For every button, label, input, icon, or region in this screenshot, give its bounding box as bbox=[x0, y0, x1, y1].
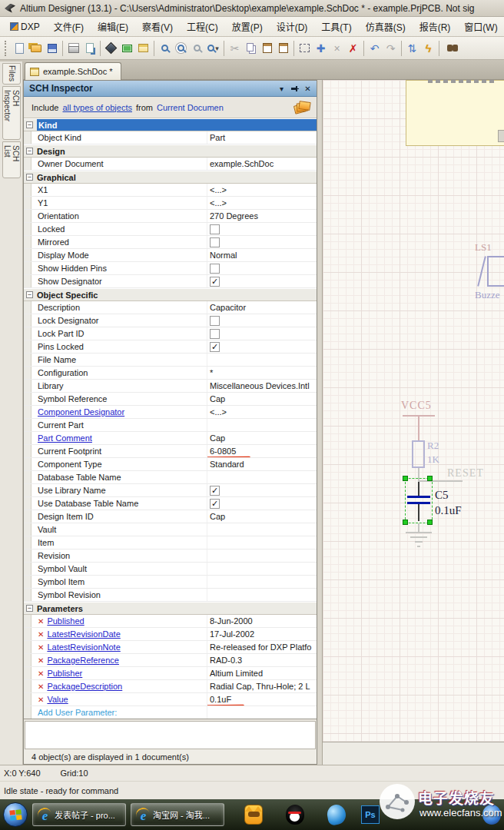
property-row-symbol-vault[interactable]: Symbol Vault bbox=[24, 563, 317, 576]
buzzer-symbol[interactable] bbox=[487, 256, 504, 287]
break-wire-icon[interactable]: × bbox=[329, 40, 345, 57]
buzzer-designator[interactable]: LS1 bbox=[475, 241, 492, 254]
open-document-icon[interactable] bbox=[28, 40, 44, 57]
property-value[interactable] bbox=[207, 327, 317, 340]
property-value[interactable]: 6-0805 bbox=[207, 445, 317, 457]
include-types-link[interactable]: all types of objects bbox=[62, 103, 132, 112]
property-row-object-kind[interactable]: Object KindPart bbox=[24, 131, 317, 144]
property-row-symbol-revision[interactable]: Symbol Revision bbox=[24, 589, 317, 602]
parameter-name-link[interactable]: PackageDescription bbox=[47, 682, 122, 691]
remove-parameter-icon[interactable]: ✕ bbox=[38, 656, 44, 665]
property-value[interactable]: ✓ bbox=[207, 275, 317, 287]
menu-item-10[interactable]: 窗口(W) bbox=[457, 17, 504, 36]
property-value[interactable]: 17-Jul-2002 bbox=[207, 628, 317, 640]
ground-wire[interactable] bbox=[418, 523, 419, 532]
include-scope-dropdown[interactable]: Current Documen bbox=[157, 103, 290, 112]
property-row-published[interactable]: ✕Published8-Jun-2000 bbox=[24, 615, 317, 628]
parameter-name-link[interactable]: Publisher bbox=[47, 669, 82, 678]
resistor-value[interactable]: 1K bbox=[427, 453, 439, 466]
property-row-design-item-id[interactable]: Design Item IDCap bbox=[24, 510, 317, 523]
checkbox-checked[interactable]: ✓ bbox=[210, 499, 220, 509]
property-row-lock-designator[interactable]: Lock Designator bbox=[24, 314, 317, 327]
property-value[interactable]: <...> bbox=[207, 406, 317, 418]
property-row-current-part[interactable]: Current Part bbox=[24, 419, 317, 432]
qq-icon[interactable] bbox=[286, 805, 304, 825]
property-row-latestrevisiondate[interactable]: ✕LatestRevisionDate17-Jul-2002 bbox=[24, 628, 317, 641]
find-similar-icon[interactable] bbox=[442, 40, 458, 57]
move-selection-icon[interactable]: ✚ bbox=[313, 40, 329, 57]
property-value[interactable]: Miscellaneous Devices.Intl bbox=[207, 380, 317, 392]
selection-handle[interactable] bbox=[427, 520, 433, 525]
property-row-show-hidden-pins[interactable]: Show Hidden Pins bbox=[24, 262, 317, 275]
property-value[interactable] bbox=[207, 706, 317, 719]
print-icon[interactable] bbox=[65, 40, 81, 57]
property-value[interactable]: Cap bbox=[207, 510, 317, 523]
property-value[interactable] bbox=[207, 354, 317, 366]
collapse-icon[interactable]: − bbox=[26, 174, 33, 181]
property-row-part-comment[interactable]: Part CommentCap bbox=[24, 432, 317, 445]
property-value[interactable]: Radial Cap, Thru-Hole; 2 L bbox=[207, 680, 317, 692]
property-value[interactable]: ✓ bbox=[207, 340, 317, 353]
property-value[interactable]: example.SchDoc bbox=[207, 158, 317, 170]
property-value[interactable] bbox=[207, 589, 317, 601]
property-value[interactable]: * bbox=[207, 367, 317, 379]
property-value[interactable]: Part bbox=[207, 131, 317, 144]
checkbox-unchecked[interactable] bbox=[210, 237, 220, 247]
power-net-label[interactable]: VCC5 bbox=[401, 400, 432, 412]
property-row-x1[interactable]: X1<...> bbox=[24, 184, 317, 197]
property-value[interactable] bbox=[207, 523, 317, 536]
selection-handle[interactable] bbox=[427, 476, 433, 481]
section-header-kind[interactable]: −Kind bbox=[24, 118, 317, 131]
property-row-add-user-parameter[interactable]: Add User Parameter: bbox=[24, 706, 317, 719]
workspace-panel-icon[interactable] bbox=[135, 40, 151, 57]
photoshop-icon[interactable]: Ps bbox=[361, 805, 380, 824]
property-row-show-designator[interactable]: Show Designator✓ bbox=[24, 275, 317, 288]
property-value[interactable]: Altium Limited bbox=[207, 667, 317, 679]
property-value[interactable] bbox=[207, 576, 317, 588]
paste-icon[interactable] bbox=[259, 40, 275, 57]
remove-parameter-icon[interactable]: ✕ bbox=[38, 696, 44, 704]
menu-item-8[interactable]: 仿真器(S) bbox=[359, 17, 413, 36]
section-header-graphical[interactable]: −Graphical bbox=[24, 171, 317, 184]
sidebar-tab-sch-inspector[interactable]: SCH Inspector bbox=[2, 86, 21, 140]
pin-icon[interactable] bbox=[289, 83, 300, 94]
panel-menu-icon[interactable]: ▾ bbox=[276, 83, 287, 94]
property-name-link[interactable]: Component Designator bbox=[38, 407, 124, 417]
zoom-area-icon[interactable] bbox=[173, 40, 189, 57]
property-value[interactable]: Re-released for DXP Platfo bbox=[207, 641, 317, 653]
property-value[interactable]: <...> bbox=[207, 184, 317, 196]
property-value[interactable]: ✓ bbox=[207, 497, 317, 510]
property-row-packagereference[interactable]: ✕PackageReferenceRAD-0.3 bbox=[24, 654, 317, 667]
tab-example-schdoc[interactable]: example.SchDoc * bbox=[25, 62, 121, 80]
property-value[interactable]: Standard bbox=[207, 458, 317, 470]
menu-item-1[interactable]: 文件(F) bbox=[47, 17, 91, 36]
section-header-object-specific[interactable]: −Object Specific bbox=[24, 288, 317, 301]
capacitor-designator[interactable]: C5 bbox=[435, 489, 449, 502]
property-row-pins-locked[interactable]: Pins Locked✓ bbox=[24, 340, 317, 354]
section-header-parameters[interactable]: −Parameters bbox=[24, 602, 317, 615]
collapse-icon[interactable]: − bbox=[26, 291, 33, 298]
selection-handle[interactable] bbox=[403, 520, 408, 525]
power-stem-wire[interactable] bbox=[418, 417, 419, 440]
new-document-icon[interactable] bbox=[12, 40, 28, 57]
select-area-icon[interactable] bbox=[297, 40, 313, 57]
resistor-designator[interactable]: R2 bbox=[427, 440, 439, 452]
panel-header[interactable]: SCH Inspector ▾ ✕ bbox=[24, 81, 317, 97]
checkbox-unchecked[interactable] bbox=[210, 224, 220, 234]
capacitor-value[interactable]: 0.1uF bbox=[435, 504, 462, 517]
remove-parameter-icon[interactable]: ✕ bbox=[38, 617, 44, 626]
property-value[interactable] bbox=[207, 549, 317, 562]
collapse-icon[interactable]: − bbox=[26, 605, 33, 612]
close-icon[interactable]: ✕ bbox=[302, 83, 313, 94]
checkbox-unchecked[interactable] bbox=[210, 316, 220, 326]
property-value[interactable]: ✓ bbox=[207, 484, 317, 496]
property-row-symbol-item[interactable]: Symbol Item bbox=[24, 576, 317, 589]
menu-item-7[interactable]: 工具(T) bbox=[314, 17, 358, 36]
property-value[interactable]: Cap bbox=[207, 432, 317, 444]
parameter-name-link[interactable]: Value bbox=[47, 695, 68, 704]
property-row-component-type[interactable]: Component TypeStandard bbox=[24, 458, 317, 471]
taskbar-button-ie-1[interactable]: e 发表帖子 - pro... bbox=[32, 803, 126, 826]
schematic-canvas[interactable]: LS1 Buzze VCC5 R2 1K RESET C5 0.1uF bbox=[323, 80, 504, 742]
undo-icon[interactable]: ↶ bbox=[366, 40, 383, 57]
zoom-selection-icon[interactable] bbox=[189, 40, 205, 57]
